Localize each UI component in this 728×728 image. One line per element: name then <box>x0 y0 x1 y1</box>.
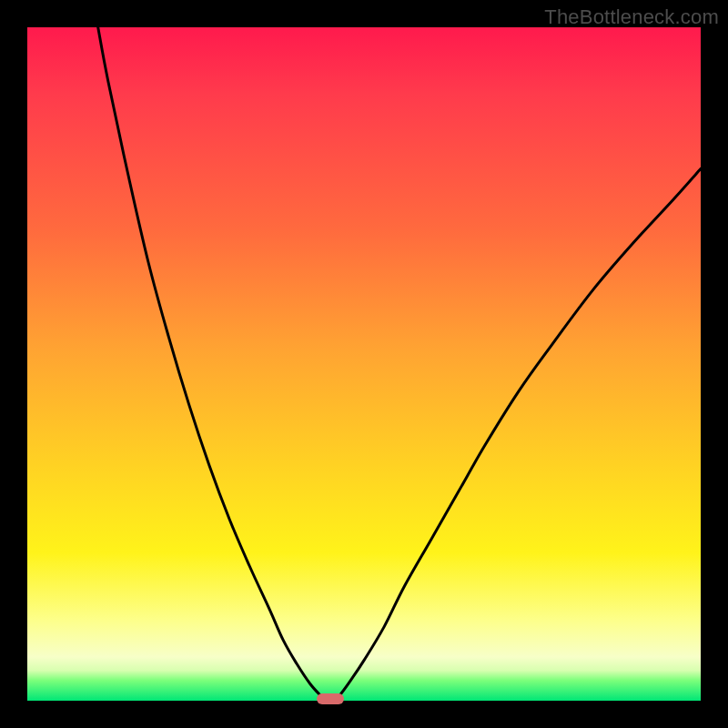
curve-svg <box>27 27 701 701</box>
chart-frame: TheBottleneck.com <box>0 0 728 728</box>
curve-right-branch <box>339 168 701 697</box>
minimum-marker <box>317 693 344 704</box>
watermark-text: TheBottleneck.com <box>544 5 719 29</box>
curve-left-branch <box>98 27 322 697</box>
plot-area <box>27 27 701 701</box>
